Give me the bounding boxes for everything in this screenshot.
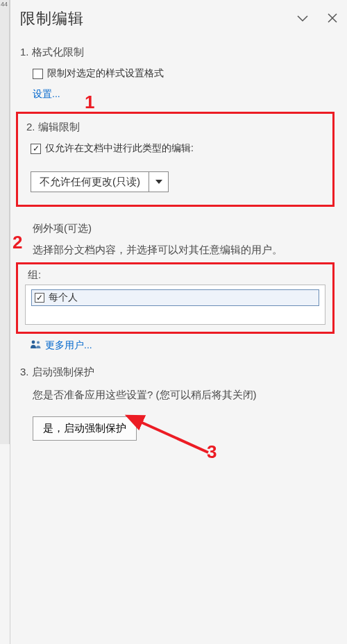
- section2-heading: 2. 编辑限制: [26, 121, 324, 134]
- annotation-box-2: 组: 每个人: [16, 262, 335, 334]
- dropdown-value: 不允许任何更改(只读): [31, 172, 149, 192]
- format-restriction-label: 限制对选定的样式设置格式: [47, 67, 164, 80]
- chevron-down-icon[interactable]: [297, 13, 308, 24]
- group-everyone-label: 每个人: [49, 291, 78, 304]
- edit-type-dropdown[interactable]: 不允许任何更改(只读): [31, 171, 169, 192]
- svg-point-1: [37, 341, 40, 344]
- exceptions-heading: 例外项(可选): [20, 222, 337, 235]
- format-restriction-checkbox[interactable]: [33, 69, 43, 79]
- group-everyone-row[interactable]: 每个人: [31, 289, 319, 306]
- annotation-box-1: 2. 编辑限制 仅允许在文档中进行此类型的编辑: 不允许任何更改(只读): [16, 112, 335, 207]
- pane-content: 1. 格式化限制 限制对选定的样式设置格式 设置... 2. 编辑限制 仅允许在…: [10, 46, 347, 441]
- line-number: 44: [0, 0, 8, 8]
- section3-heading: 3. 启动强制保护: [20, 366, 337, 379]
- groups-listbox[interactable]: 每个人: [25, 285, 325, 325]
- group-everyone-checkbox[interactable]: [35, 293, 44, 303]
- pane-title: 限制编辑: [20, 8, 297, 29]
- dropdown-arrow-icon[interactable]: [149, 172, 168, 192]
- edit-restriction-row[interactable]: 仅允许在文档中进行此类型的编辑:: [31, 142, 324, 155]
- start-enforcement-button[interactable]: 是，启动强制保护: [33, 416, 137, 441]
- edit-restriction-label: 仅允许在文档中进行此类型的编辑:: [45, 142, 194, 155]
- pane-header: 限制编辑: [10, 0, 347, 35]
- more-users-link[interactable]: 更多用户...: [45, 339, 92, 352]
- close-icon[interactable]: [328, 13, 337, 25]
- section3-desc: 您是否准备应用这些设置? (您可以稍后将其关闭): [20, 387, 337, 403]
- people-icon: [30, 339, 42, 351]
- restrict-editing-pane: 限制编辑 1. 格式化限制 限制对选定的样式设置格式 设置... 2. 编辑限制: [10, 0, 347, 644]
- format-restriction-row[interactable]: 限制对选定的样式设置格式: [33, 67, 337, 80]
- document-gutter: 44: [0, 0, 10, 444]
- section1-heading: 1. 格式化限制: [20, 46, 337, 59]
- settings-link[interactable]: 设置...: [33, 88, 60, 99]
- groups-label: 组:: [28, 269, 325, 282]
- svg-point-0: [32, 341, 35, 344]
- more-users-row[interactable]: 更多用户...: [30, 339, 337, 352]
- header-controls: [297, 13, 337, 25]
- exceptions-desc: 选择部分文档内容，并选择可以对其任意编辑的用户。: [20, 242, 337, 258]
- edit-restriction-checkbox[interactable]: [31, 144, 41, 154]
